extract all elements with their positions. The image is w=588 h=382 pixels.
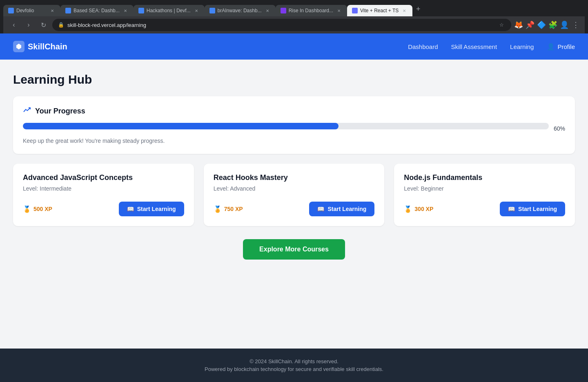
course-title-3: Node.js Fundamentals (404, 173, 565, 182)
course-level-2: Level: Advanced (214, 185, 375, 192)
nav-dashboard[interactable]: Dashboard (408, 43, 438, 50)
explore-more-button[interactable]: Explore More Courses (243, 239, 345, 260)
tab-close-icon[interactable]: ✕ (401, 7, 408, 14)
course-xp-2: 🏅 750 XP (214, 205, 243, 213)
start-btn-label-2: Start Learning (327, 206, 366, 212)
explore-section: Explore More Courses (13, 239, 575, 260)
xp-value-1: 500 XP (33, 206, 52, 212)
tab-title: Devfolio (16, 8, 47, 13)
logo-icon (13, 41, 24, 52)
xp-value-3: 300 XP (414, 206, 433, 212)
xp-value-2: 750 XP (224, 206, 243, 212)
tab-title: Vite + React + TS (360, 8, 399, 13)
tab-favicon (65, 8, 71, 13)
tab-close-icon[interactable]: ✕ (122, 7, 129, 14)
nav-skill-assessment[interactable]: Skill Assessment (451, 43, 497, 50)
nav-learning[interactable]: Learning (510, 43, 534, 50)
footer-copyright: © 2024 SkillChain. All rights reserved. (10, 358, 578, 364)
start-learning-button-3[interactable]: 📖 Start Learning (500, 202, 565, 216)
new-tab-button[interactable]: + (412, 3, 424, 15)
xp-icon-3: 🏅 (404, 205, 412, 213)
tab-close-icon[interactable]: ✕ (193, 7, 200, 14)
progress-percent-label: 60% (554, 125, 565, 132)
courses-grid: Advanced JavaScript Concepts Level: Inte… (13, 164, 575, 226)
tab-devfolio[interactable]: Devfolio ✕ (3, 5, 60, 16)
progress-section-title: Your Progress (35, 107, 85, 115)
tab-hackathons[interactable]: Hackathons | Devf... ✕ (134, 5, 205, 16)
nav-profile[interactable]: 👤 Profile (547, 43, 575, 51)
tab-title: Hackathons | Devf... (147, 8, 191, 13)
tab-favicon (8, 8, 14, 13)
book-icon-2: 📖 (317, 206, 324, 212)
extension-icon-4[interactable]: 🧩 (549, 21, 557, 29)
nav-links: Dashboard Skill Assessment Learning 👤 Pr… (408, 43, 575, 51)
start-learning-button-1[interactable]: 📖 Start Learning (119, 202, 184, 216)
nav-logo[interactable]: SkillChain (13, 41, 67, 52)
tab-vite-react[interactable]: Vite + React + TS ✕ (347, 5, 412, 16)
tab-favicon (281, 8, 286, 13)
tab-bar: Devfolio ✕ Based SEA: Dashb... ✕ Hackath… (3, 3, 585, 16)
course-xp-1: 🏅 500 XP (23, 205, 52, 213)
profile-avatar[interactable]: 👤 (560, 21, 568, 29)
menu-button[interactable]: ⋮ (572, 21, 580, 29)
forward-button[interactable]: › (23, 19, 34, 31)
tab-rise-in[interactable]: Rise In Dashboard... ✕ (276, 5, 347, 16)
course-title-1: Advanced JavaScript Concepts (23, 173, 184, 182)
progress-card: Your Progress 60% Keep up the great work… (13, 96, 575, 154)
progress-bar-fill (23, 123, 339, 129)
navbar: SkillChain Dashboard Skill Assessment Le… (0, 33, 588, 60)
nav-profile-label: Profile (557, 43, 575, 50)
course-card-1: Advanced JavaScript Concepts Level: Inte… (13, 164, 194, 226)
footer-powered-by: Powered by blockchain technology for sec… (10, 366, 578, 372)
lock-icon: 🔒 (58, 22, 64, 28)
tab-title: Based SEA: Dashb... (74, 8, 120, 13)
start-learning-button-2[interactable]: 📖 Start Learning (309, 202, 374, 216)
course-card-2: React Hooks Mastery Level: Advanced 🏅 75… (204, 164, 385, 226)
course-level-1: Level: Intermediate (23, 185, 184, 192)
tab-close-icon[interactable]: ✕ (336, 7, 342, 14)
footer: © 2024 SkillChain. All rights reserved. … (0, 349, 588, 382)
course-card-3: Node.js Fundamentals Level: Beginner 🏅 3… (394, 164, 575, 226)
course-level-3: Level: Beginner (404, 185, 565, 192)
tab-close-icon[interactable]: ✕ (264, 7, 271, 14)
progress-bar-container (23, 123, 549, 129)
start-btn-label-3: Start Learning (518, 206, 557, 212)
address-bar-icons: ☆ (497, 21, 506, 29)
tab-brainwave[interactable]: brAInwave: Dashb... ✕ (205, 5, 276, 16)
tab-title: brAInwave: Dashb... (218, 8, 262, 13)
trend-up-icon (23, 106, 31, 116)
progress-row: 60% (23, 123, 565, 134)
book-icon-1: 📖 (127, 206, 134, 212)
progress-header: Your Progress (23, 106, 565, 116)
tab-close-icon[interactable]: ✕ (49, 7, 56, 14)
reload-button[interactable]: ↻ (38, 19, 49, 31)
profile-user-icon: 👤 (547, 43, 555, 51)
main-content: Learning Hub Your Progress 60% Keep up t… (0, 60, 588, 349)
course-footer-3: 🏅 300 XP 📖 Start Learning (404, 202, 565, 216)
extension-icon-2[interactable]: 📌 (526, 21, 534, 29)
tab-favicon (209, 8, 215, 13)
page-title: Learning Hub (13, 73, 575, 87)
browser-chrome: Devfolio ✕ Based SEA: Dashb... ✕ Hackath… (0, 0, 588, 33)
back-button[interactable]: ‹ (8, 19, 20, 31)
progress-message: Keep up the great work! You're making st… (23, 138, 565, 144)
extension-icon-3[interactable]: 🔷 (537, 21, 546, 29)
address-bar-row: ‹ › ↻ 🔒 skill-block-red.vercel.app/learn… (3, 16, 585, 33)
course-title-2: React Hooks Mastery (214, 173, 375, 182)
start-btn-label-1: Start Learning (137, 206, 176, 212)
tab-favicon (352, 8, 358, 13)
xp-icon-2: 🏅 (214, 205, 222, 213)
tab-favicon (138, 8, 144, 13)
url-text: skill-block-red.vercel.app/learning (67, 22, 146, 28)
xp-icon-1: 🏅 (23, 205, 31, 213)
star-icon[interactable]: ☆ (497, 21, 506, 29)
course-xp-3: 🏅 300 XP (404, 205, 433, 213)
extension-icon-1[interactable]: 🦊 (514, 21, 523, 29)
address-bar[interactable]: 🔒 skill-block-red.vercel.app/learning ☆ (52, 19, 511, 31)
book-icon-3: 📖 (508, 206, 515, 212)
logo-text: SkillChain (28, 42, 67, 51)
tab-title: Rise In Dashboard... (289, 8, 333, 13)
course-footer-2: 🏅 750 XP 📖 Start Learning (214, 202, 375, 216)
course-footer-1: 🏅 500 XP 📖 Start Learning (23, 202, 184, 216)
tab-based-sea[interactable]: Based SEA: Dashb... ✕ (60, 5, 134, 16)
